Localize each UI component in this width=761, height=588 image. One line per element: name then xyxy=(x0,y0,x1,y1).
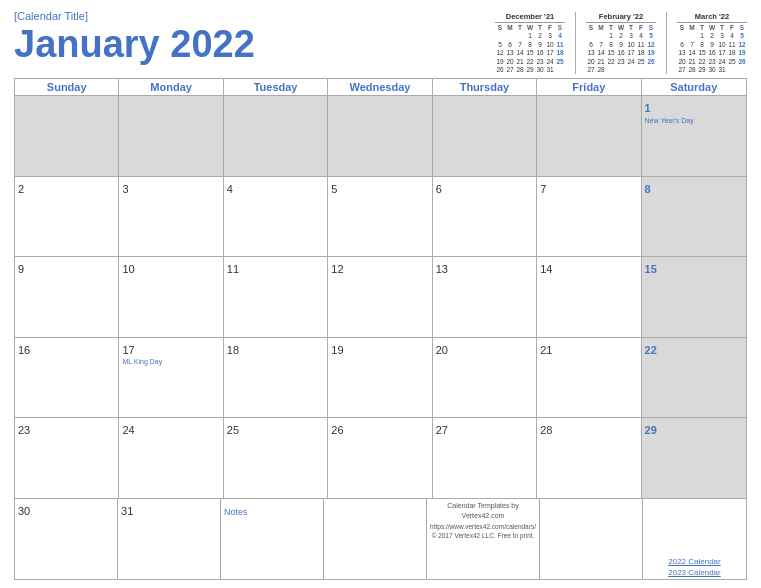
mini-calendars: December '21 SMTWTFS 1234 567891011 1213… xyxy=(495,12,747,74)
link-2023-calendar[interactable]: 2023 Calendar xyxy=(668,568,720,577)
cell-w6-fri xyxy=(540,499,643,579)
footer-text2: https://www.vertex42.com/calendars/ xyxy=(430,522,536,532)
cell-w4-thu: 20 xyxy=(433,338,537,418)
cell-w1-mon xyxy=(119,96,223,176)
cell-w1-wed xyxy=(328,96,432,176)
header-friday: Friday xyxy=(537,79,641,96)
cell-w5-mon: 24 xyxy=(119,418,223,498)
cell-w4-tue: 18 xyxy=(224,338,328,418)
cell-w3-sun: 9 xyxy=(15,257,119,337)
top-section: [Calendar Title] January 2022 December '… xyxy=(14,10,747,74)
cell-w5-sun: 23 xyxy=(15,418,119,498)
mini-cal-december: December '21 SMTWTFS 1234 567891011 1213… xyxy=(495,12,565,74)
header-tuesday: Tuesday xyxy=(224,79,328,96)
cell-w5-thu: 27 xyxy=(433,418,537,498)
header-monday: Monday xyxy=(119,79,223,96)
notes-label: Notes xyxy=(224,507,248,517)
cell-w1-fri xyxy=(537,96,641,176)
cell-w6-wed xyxy=(324,499,427,579)
header-sunday: Sunday xyxy=(15,79,119,96)
cell-w1-thu xyxy=(433,96,537,176)
link-2022-calendar[interactable]: 2022 Calendar xyxy=(668,557,720,566)
week-3: 9 10 11 12 13 14 15 xyxy=(15,257,747,337)
calendar-title-label: [Calendar Title] xyxy=(14,10,495,22)
cell-w3-tue: 11 xyxy=(224,257,328,337)
cell-w2-sat: 8 xyxy=(642,177,746,257)
cell-footer-info: Calendar Templates by Vertex42.com https… xyxy=(427,499,540,579)
cell-w2-thu: 6 xyxy=(433,177,537,257)
cell-w4-fri: 21 xyxy=(537,338,641,418)
cell-w5-wed: 26 xyxy=(328,418,432,498)
cell-w6-tue-notes: Notes xyxy=(221,499,324,579)
week-2: 2 3 4 5 6 7 8 xyxy=(15,177,747,257)
footer-text3: © 2017 Vertex42 LLC. Free to print. xyxy=(430,531,536,541)
cell-w2-wed: 5 xyxy=(328,177,432,257)
header-saturday: Saturday xyxy=(642,79,746,96)
cell-w2-mon: 3 xyxy=(119,177,223,257)
title-area: [Calendar Title] January 2022 xyxy=(14,10,495,66)
mlk-day-label: ML King Day xyxy=(122,358,219,365)
cell-w1-sun xyxy=(15,96,119,176)
cell-w2-fri: 7 xyxy=(537,177,641,257)
cell-w4-sat: 22 xyxy=(642,338,746,418)
cell-w3-wed: 12 xyxy=(328,257,432,337)
cell-w2-sun: 2 xyxy=(15,177,119,257)
cell-w4-wed: 19 xyxy=(328,338,432,418)
cell-w5-sat: 29 xyxy=(642,418,746,498)
cell-w6-sun: 30 xyxy=(15,499,118,579)
week-1: 1 New Year's Day xyxy=(15,96,747,176)
cell-w5-tue: 25 xyxy=(224,418,328,498)
calendar-weeks: 1 New Year's Day 2 3 4 5 6 7 8 9 10 11 1… xyxy=(15,96,747,580)
week-4: 16 17 ML King Day 18 19 20 21 22 xyxy=(15,338,747,418)
cell-w6-mon: 31 xyxy=(118,499,221,579)
week-5: 23 24 25 26 27 28 29 xyxy=(15,418,747,498)
mini-cal-dec-title: December '21 xyxy=(495,12,565,23)
cell-w3-sat: 15 xyxy=(642,257,746,337)
mini-cal-march: March '22 SMTWTFS 12345 6789101112 13141… xyxy=(677,12,747,74)
cell-w4-sun: 16 xyxy=(15,338,119,418)
cell-w3-mon: 10 xyxy=(119,257,223,337)
footer-text1: Calendar Templates by Vertex42.com xyxy=(430,501,536,522)
cell-w1-tue xyxy=(224,96,328,176)
page: [Calendar Title] January 2022 December '… xyxy=(0,0,761,588)
cell-w5-fri: 28 xyxy=(537,418,641,498)
week-6: 30 31 Notes Calendar Templates by Vertex… xyxy=(15,499,747,580)
mini-cal-february: February '22 SMTWTFS 12345 6789101112 13… xyxy=(586,12,656,74)
cell-footer-links: 2022 Calendar 2023 Calendar xyxy=(643,499,746,579)
calendar-header: Sunday Monday Tuesday Wednesday Thursday… xyxy=(15,79,747,96)
header-wednesday: Wednesday xyxy=(328,79,432,96)
calendar-grid: Sunday Monday Tuesday Wednesday Thursday… xyxy=(14,78,747,580)
cell-w1-sat: 1 New Year's Day xyxy=(642,96,746,176)
mini-cal-feb-title: February '22 xyxy=(586,12,656,23)
cell-w4-mon: 17 ML King Day xyxy=(119,338,223,418)
mini-cal-mar-title: March '22 xyxy=(677,12,747,23)
month-year: January 2022 xyxy=(14,24,495,66)
cell-w3-fri: 14 xyxy=(537,257,641,337)
new-years-day-label: New Year's Day xyxy=(645,117,743,124)
cell-w3-thu: 13 xyxy=(433,257,537,337)
cell-w2-tue: 4 xyxy=(224,177,328,257)
header-thursday: Thursday xyxy=(433,79,537,96)
